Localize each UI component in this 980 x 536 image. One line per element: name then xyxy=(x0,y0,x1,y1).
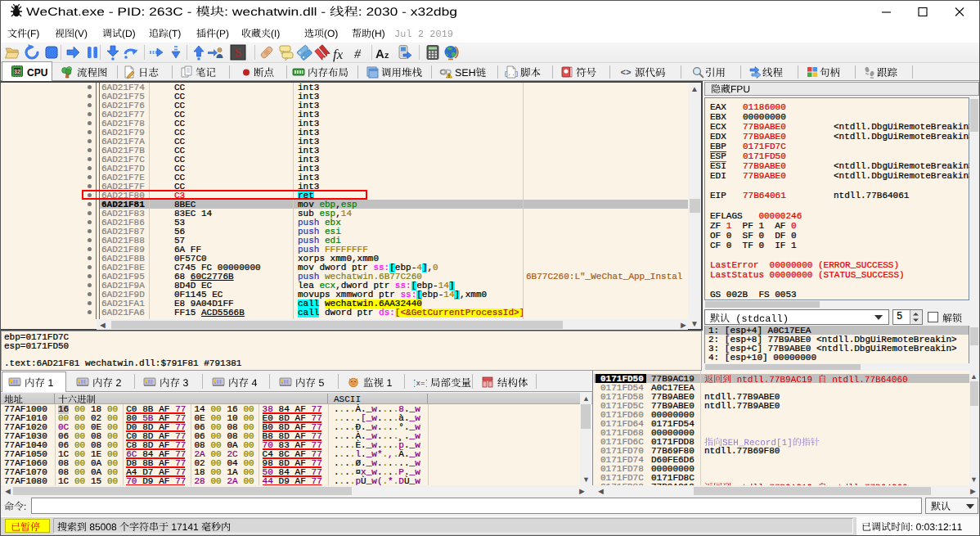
svg-text:[x=]: [x=] xyxy=(414,380,427,388)
svg-text:{..}: {..} xyxy=(505,70,518,77)
svg-text:32: 32 xyxy=(14,69,20,74)
svg-text:S: S xyxy=(235,47,241,59)
svg-text:<>: <> xyxy=(620,68,632,78)
